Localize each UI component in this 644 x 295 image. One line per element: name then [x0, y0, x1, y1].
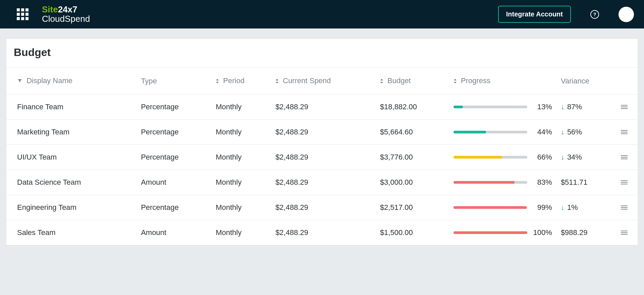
integrate-account-button[interactable]: Integrate Account — [498, 6, 571, 23]
page-title: Budget — [6, 39, 638, 68]
cell-type: Percentage — [138, 120, 212, 145]
progress-pct: 99% — [532, 203, 552, 212]
table-row: Data Science TeamAmountMonthly$2,488.29$… — [6, 170, 638, 195]
cell-display-name[interactable]: Data Science Team — [6, 170, 138, 195]
cell-period: Monthly — [212, 145, 272, 170]
cell-actions — [617, 120, 638, 145]
cell-period: Monthly — [212, 220, 272, 245]
progress-pct: 83% — [532, 178, 552, 187]
cell-actions — [617, 145, 638, 170]
cell-budget: $3,000.00 — [377, 170, 450, 195]
table-row: Marketing TeamPercentageMonthly$2,488.29… — [6, 120, 638, 145]
cell-variance: ↓34% — [557, 145, 617, 170]
row-menu-icon[interactable] — [620, 231, 628, 235]
apps-grid-icon[interactable] — [17, 8, 29, 20]
cell-display-name[interactable]: UI/UX Team — [6, 145, 138, 170]
filter-icon[interactable] — [17, 77, 22, 85]
cell-budget: $5,664.60 — [377, 120, 450, 145]
help-icon[interactable]: ? — [590, 10, 599, 19]
cell-progress: 13% — [450, 95, 557, 120]
row-menu-icon[interactable] — [620, 180, 628, 184]
cell-actions — [617, 170, 638, 195]
cell-variance: ↓87% — [557, 95, 617, 120]
col-label: Progress — [461, 76, 490, 85]
variance-value: 87% — [567, 103, 582, 111]
progress-bar — [453, 106, 527, 108]
sort-icon[interactable] — [453, 77, 457, 85]
cell-progress: 66% — [450, 145, 557, 170]
cell-current-spend: $2,488.29 — [272, 120, 377, 145]
avatar[interactable] — [619, 7, 634, 22]
arrow-down-icon: ↓ — [561, 128, 565, 136]
variance-value: 56% — [567, 128, 582, 136]
progress-bar — [453, 131, 527, 133]
col-label: Budget — [387, 76, 411, 85]
cell-display-name[interactable]: Marketing Team — [6, 120, 138, 145]
topbar: Site24x7 CloudSpend Integrate Account ? — [0, 0, 644, 28]
col-actions — [617, 68, 638, 95]
cell-variance: ↓1% — [557, 195, 617, 220]
cell-variance: $988.29 — [557, 220, 617, 245]
cell-period: Monthly — [212, 195, 272, 220]
cell-current-spend: $2,488.29 — [272, 220, 377, 245]
table-row: Engineering TeamPercentageMonthly$2,488.… — [6, 195, 638, 220]
cell-actions — [617, 195, 638, 220]
cell-variance: $511.71 — [557, 170, 617, 195]
col-variance[interactable]: Variance — [557, 68, 617, 95]
cell-period: Monthly — [212, 170, 272, 195]
cell-display-name[interactable]: Engineering Team — [6, 195, 138, 220]
progress-pct: 13% — [532, 103, 552, 111]
budget-table: Display Name Type Period Current Spend — [6, 68, 638, 245]
variance-value: 34% — [567, 153, 582, 162]
cell-actions — [617, 220, 638, 245]
brand-text-cloudspend: CloudSpend — [42, 14, 90, 23]
sort-icon[interactable] — [380, 77, 383, 85]
cell-type: Percentage — [138, 95, 212, 120]
cell-period: Monthly — [212, 120, 272, 145]
cell-current-spend: $2,488.29 — [272, 170, 377, 195]
table-row: UI/UX TeamPercentageMonthly$2,488.29$3,7… — [6, 145, 638, 170]
col-label: Display Name — [26, 76, 72, 85]
cell-type: Amount — [138, 220, 212, 245]
progress-bar — [453, 156, 527, 159]
cell-budget: $2,517.00 — [377, 195, 450, 220]
col-label: Current Spend — [283, 76, 331, 85]
cell-type: Percentage — [138, 145, 212, 170]
cell-type: Amount — [138, 170, 212, 195]
cell-display-name[interactable]: Finance Team — [6, 95, 138, 120]
arrow-down-icon: ↓ — [561, 203, 565, 212]
col-label: Period — [223, 76, 245, 85]
col-budget[interactable]: Budget — [377, 68, 450, 95]
cell-type: Percentage — [138, 195, 212, 220]
col-progress[interactable]: Progress — [450, 68, 557, 95]
cell-variance: ↓56% — [557, 120, 617, 145]
row-menu-icon[interactable] — [620, 105, 628, 109]
sort-icon[interactable] — [275, 77, 279, 85]
arrow-down-icon: ↓ — [561, 153, 565, 162]
cell-progress: 44% — [450, 120, 557, 145]
row-menu-icon[interactable] — [620, 155, 628, 159]
cell-budget: $18,882.00 — [377, 95, 450, 120]
cell-current-spend: $2,488.29 — [272, 145, 377, 170]
col-type[interactable]: Type — [138, 68, 212, 95]
budget-panel: Budget Display Name Type Period — [6, 39, 638, 246]
row-menu-icon[interactable] — [620, 130, 628, 134]
row-menu-icon[interactable] — [620, 205, 628, 210]
cell-display-name[interactable]: Sales Team — [6, 220, 138, 245]
cell-budget: $1,500.00 — [377, 220, 450, 245]
cell-actions — [617, 95, 638, 120]
progress-bar — [453, 181, 527, 184]
col-label: Variance — [561, 77, 589, 85]
cell-current-spend: $2,488.29 — [272, 95, 377, 120]
brand-text-24x7: 24x7 — [58, 4, 77, 14]
col-period[interactable]: Period — [212, 68, 272, 95]
sort-icon[interactable] — [216, 77, 219, 85]
variance-value: $988.29 — [561, 228, 588, 237]
brand-logo: Site24x7 CloudSpend — [42, 5, 90, 23]
col-current-spend[interactable]: Current Spend — [272, 68, 377, 95]
cell-budget: $3,776.00 — [377, 145, 450, 170]
cell-current-spend: $2,488.29 — [272, 195, 377, 220]
progress-pct: 66% — [532, 153, 552, 162]
col-display-name[interactable]: Display Name — [6, 68, 138, 95]
variance-value: 1% — [567, 203, 578, 212]
